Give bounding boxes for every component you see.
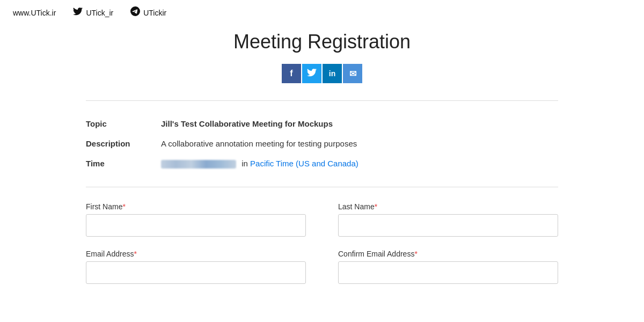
twitter-link[interactable]: UTick_ir bbox=[73, 6, 113, 19]
confirm-email-input[interactable] bbox=[338, 261, 558, 284]
confirm-email-required: * bbox=[414, 250, 417, 258]
time-row: Time in Pacific Time (US and Canada) bbox=[86, 153, 558, 174]
registration-form-section: First Name* Last Name* Email Address* bbox=[86, 187, 558, 284]
first-name-input[interactable] bbox=[86, 214, 306, 237]
linkedin-icon: in bbox=[329, 69, 335, 78]
confirm-email-label: Confirm Email Address* bbox=[338, 250, 558, 258]
top-divider bbox=[86, 100, 558, 101]
last-name-input[interactable] bbox=[338, 214, 558, 237]
email-icon: ✉ bbox=[349, 69, 356, 79]
twitter-icon bbox=[73, 6, 83, 19]
first-name-label: First Name* bbox=[86, 202, 306, 211]
website-link[interactable]: www.UTick.ir bbox=[13, 9, 56, 17]
main-content: Meeting Registration f in ✉ Topic Jill's… bbox=[64, 25, 580, 284]
email-field: Email Address* bbox=[86, 250, 306, 284]
time-value: in Pacific Time (US and Canada) bbox=[161, 159, 358, 169]
website-label: www.UTick.ir bbox=[13, 9, 56, 17]
last-name-label: Last Name* bbox=[338, 202, 558, 211]
top-navigation: www.UTick.ir UTick_ir UTickir bbox=[0, 0, 644, 25]
linkedin-share-button[interactable]: in bbox=[323, 64, 342, 83]
twitter-handle-label: UTick_ir bbox=[86, 9, 113, 17]
time-in-text: in bbox=[241, 159, 248, 168]
email-label: Email Address* bbox=[86, 250, 306, 258]
last-name-field: Last Name* bbox=[338, 202, 558, 237]
topic-label: Topic bbox=[86, 119, 161, 128]
timezone-text: Pacific Time (US and Canada) bbox=[250, 159, 358, 168]
social-share-bar: f in ✉ bbox=[86, 64, 558, 83]
timezone-link[interactable]: Pacific Time (US and Canada) bbox=[250, 159, 358, 168]
page-title: Meeting Registration bbox=[86, 25, 558, 53]
first-name-field: First Name* bbox=[86, 202, 306, 237]
facebook-icon: f bbox=[290, 69, 292, 78]
telegram-icon bbox=[130, 6, 140, 19]
last-name-required: * bbox=[375, 202, 377, 211]
topic-row: Topic Jill's Test Collaborative Meeting … bbox=[86, 114, 558, 134]
time-label: Time bbox=[86, 159, 161, 168]
twitter-share-button[interactable] bbox=[302, 64, 321, 83]
first-name-required: * bbox=[122, 202, 125, 211]
facebook-share-button[interactable]: f bbox=[282, 64, 301, 83]
topic-value: Jill's Test Collaborative Meeting for Mo… bbox=[161, 119, 333, 128]
meeting-info-section: Topic Jill's Test Collaborative Meeting … bbox=[86, 114, 558, 187]
telegram-handle-label: UTickir bbox=[143, 9, 166, 17]
description-value: A collaborative annotation meeting for t… bbox=[161, 139, 357, 148]
confirm-email-field: Confirm Email Address* bbox=[338, 250, 558, 284]
email-share-button[interactable]: ✉ bbox=[343, 64, 362, 83]
form-grid: First Name* Last Name* Email Address* bbox=[86, 202, 558, 284]
time-blurred-display bbox=[161, 160, 236, 169]
description-row: Description A collaborative annotation m… bbox=[86, 134, 558, 153]
email-required: * bbox=[134, 250, 136, 258]
email-input[interactable] bbox=[86, 261, 306, 284]
twitter-share-icon bbox=[307, 68, 317, 79]
description-label: Description bbox=[86, 139, 161, 148]
telegram-link[interactable]: UTickir bbox=[130, 6, 166, 19]
